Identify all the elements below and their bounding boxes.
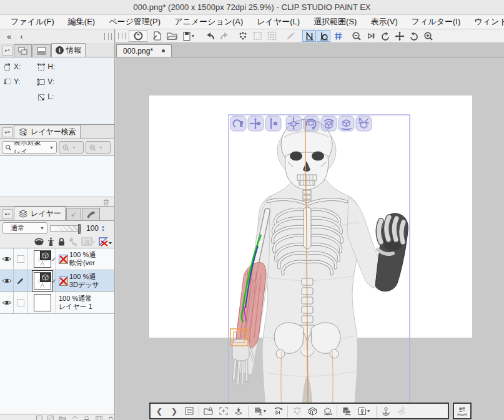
tab-subview[interactable] <box>32 44 51 57</box>
new-folder-icon[interactable] <box>59 414 66 420</box>
object-rotate-3d-icon[interactable] <box>321 116 337 131</box>
next-button[interactable]: ❯ <box>167 405 181 418</box>
select-area-button[interactable] <box>250 30 264 42</box>
toolbar-grip-icon[interactable] <box>118 32 126 39</box>
deselect-button[interactable] <box>236 30 250 42</box>
flip-pose-button[interactable] <box>271 405 285 418</box>
fit-to-navigator-button[interactable] <box>364 30 378 42</box>
reference-layer-icon[interactable] <box>47 237 54 247</box>
document-tab[interactable]: 000.png* <box>116 44 172 57</box>
object-snap-ground-icon[interactable] <box>338 116 354 131</box>
merge-layer-icon[interactable] <box>83 414 90 420</box>
snap-special-ruler-button[interactable] <box>317 30 330 42</box>
save-canvas-button[interactable]: ▼ <box>179 30 198 42</box>
menu-view[interactable]: 表示(V) <box>363 15 404 29</box>
transfer-layer-icon[interactable] <box>71 414 78 420</box>
layer-checkbox[interactable] <box>17 299 24 306</box>
sync-figure-button[interactable] <box>453 403 472 419</box>
move-view-button[interactable] <box>393 30 407 42</box>
column-grip-icon[interactable] <box>104 33 112 40</box>
visibility-eye-icon[interactable] <box>2 277 12 285</box>
layer-thumbnail[interactable] <box>34 294 51 311</box>
rotate-model-button[interactable] <box>320 405 334 418</box>
menu-edit[interactable]: 編集(E) <box>61 15 102 29</box>
object-move-icon[interactable] <box>286 116 302 131</box>
tab-layers[interactable]: レイヤー <box>14 207 66 220</box>
layer-checkbox[interactable] <box>17 255 24 263</box>
register-pose-button[interactable]: ▼ <box>251 405 270 418</box>
zoom-in-button[interactable] <box>422 30 435 42</box>
clip-studio-logo-button[interactable] <box>129 30 147 42</box>
menu-animation[interactable]: アニメーション(A) <box>167 15 250 29</box>
camera-pan-icon[interactable] <box>248 116 264 131</box>
new-vector-layer-icon[interactable] <box>47 414 54 420</box>
layer-search-results[interactable] <box>0 155 114 197</box>
panel-menu-icon[interactable]: ▸≡ <box>2 127 12 137</box>
camera-rotate-icon[interactable] <box>230 116 246 131</box>
tab-subtool-detail[interactable] <box>82 208 100 220</box>
joint-unpin-button[interactable] <box>394 405 408 418</box>
register-full-pose-button[interactable]: ▼ <box>355 405 373 418</box>
menu-filter[interactable]: フィルター(I) <box>405 15 468 29</box>
search-remove-dropdown[interactable]: ▼ <box>86 141 111 154</box>
mask-icon[interactable] <box>96 414 102 420</box>
enable-mask-icon[interactable] <box>81 237 95 247</box>
joint-angle-button[interactable] <box>290 405 304 418</box>
opacity-slider-handle[interactable] <box>78 224 81 234</box>
delete-layer-icon[interactable] <box>107 414 114 420</box>
object-rotate-icon[interactable] <box>304 116 319 131</box>
ruler-range-icon[interactable] <box>98 237 112 247</box>
canvas-viewport[interactable]: ❮ ❯ ▼ ▼ <box>116 57 504 420</box>
focus-object-button[interactable] <box>217 405 230 418</box>
tab-layer-search[interactable]: レイヤー検索 <box>14 125 81 139</box>
layer-row-2[interactable]: ✓ 100 %通 3Dデッサ <box>0 270 114 292</box>
rotate-view-right-button[interactable] <box>378 30 392 42</box>
open-canvas-button[interactable] <box>165 30 179 42</box>
tab-info[interactable]: i 情報 <box>51 43 86 57</box>
layer-row-1[interactable]: ✓ 100 %通 軟骨(ver <box>0 248 114 270</box>
new-canvas-button[interactable] <box>151 30 164 42</box>
snap-grid-button[interactable] <box>331 30 345 42</box>
menu-layer[interactable]: レイヤー(L) <box>250 15 307 29</box>
visibility-eye-icon[interactable] <box>2 255 12 263</box>
reset-view-rotation-button[interactable] <box>407 30 421 42</box>
panel-menu-icon[interactable]: ▸≡ <box>2 209 12 219</box>
visibility-eye-icon[interactable] <box>2 299 12 306</box>
snap-ruler-button[interactable] <box>302 30 316 42</box>
opacity-stepper[interactable]: ▲▼ <box>101 225 105 232</box>
joint-pin-button[interactable] <box>379 405 393 418</box>
new-layer-icon[interactable] <box>36 414 42 420</box>
redo-button[interactable] <box>217 30 231 42</box>
prev-button[interactable]: ❮ <box>152 405 166 418</box>
stepper-down-icon[interactable]: ▼ <box>101 228 105 232</box>
tab-layer-property[interactable]: ✓ <box>66 208 81 220</box>
object-list-button[interactable] <box>182 405 196 418</box>
menu-page[interactable]: ページ管理(P) <box>102 15 167 29</box>
trash-icon[interactable] <box>102 198 111 206</box>
save-material-button[interactable] <box>340 405 353 418</box>
drop-to-ground-button[interactable] <box>232 405 245 418</box>
panel-menu-icon[interactable]: ▸≡ <box>2 46 12 56</box>
search-add-dropdown[interactable]: ▼ <box>59 141 84 154</box>
lock-transparent-pixels-icon[interactable] <box>69 237 78 247</box>
menu-selection[interactable]: 選択範囲(S) <box>307 15 363 29</box>
lock-layer-icon[interactable] <box>57 237 66 247</box>
search-target-dropdown[interactable]: 表示対象レイ ▼ <box>2 141 57 154</box>
import-pose-button[interactable] <box>202 405 215 418</box>
layer-row-3[interactable]: 100 %通常 レイヤー 1 <box>0 292 114 314</box>
blend-mode-dropdown[interactable]: 通常 ▼ <box>2 222 47 234</box>
layer-list-empty-area[interactable] <box>0 314 114 414</box>
edit-wireframe-button[interactable] <box>305 405 319 418</box>
collapse-column-button[interactable]: « <box>2 32 16 41</box>
opacity-slider[interactable] <box>50 225 81 232</box>
menu-window[interactable]: ウィンドウ(W <box>467 15 504 29</box>
undo-button[interactable] <box>203 30 217 42</box>
object-scale-icon[interactable] <box>356 116 372 131</box>
clip-to-layer-icon[interactable] <box>34 238 44 246</box>
camera-zoom-icon[interactable] <box>265 116 281 131</box>
menu-file[interactable]: ファイル(F) <box>4 15 61 29</box>
back-arrow-button[interactable]: ‹ <box>16 32 27 41</box>
transform-selection-button[interactable] <box>265 30 279 42</box>
zoom-out-button[interactable] <box>350 30 363 42</box>
tab-navigator[interactable] <box>14 44 32 57</box>
